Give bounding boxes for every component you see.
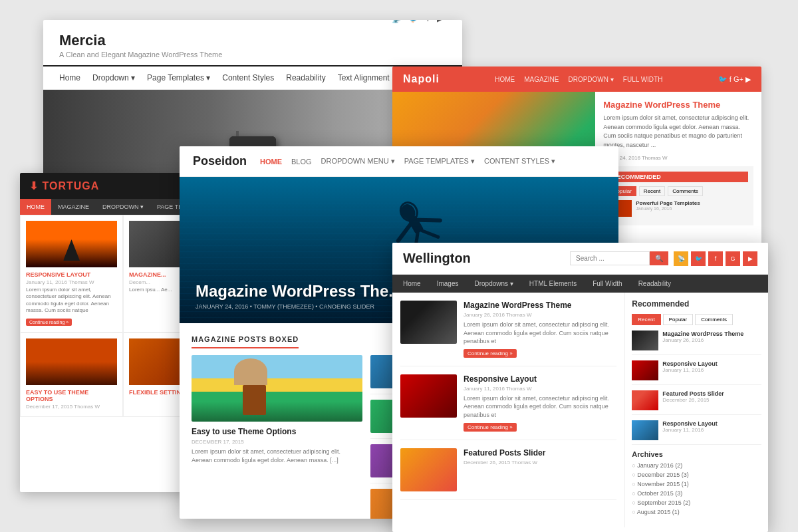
wellington-sidebar-tab-recent[interactable]: Recent [632,314,660,325]
svg-line-5 [422,225,438,242]
wellington-article-2-meta: January 11, 2016 Thomas W [464,386,616,392]
wellington-nav-dropdowns[interactable]: Dropdowns ▾ [466,275,521,293]
wellington-nav-full-width[interactable]: Full Width [585,275,630,293]
wellington-article-2-text: Lorem ipsum dolor sit amet, consectetur … [464,394,616,420]
tortuga-post-1: RESPONSIVE LAYOUT January 11, 2016 Thoma… [20,215,123,332]
wellington-archive-sep2015[interactable]: September 2015 (2) [632,498,761,507]
mercia-nav-home[interactable]: Home [59,73,80,82]
poseidon-nav-dropdown[interactable]: DROPDOWN MENU ▾ [321,157,395,166]
wellington-sidebar-item-3-date: December 26, 2015 [662,397,724,403]
poseidon-hero-title: Magazine WordPress The... [196,282,402,301]
napoli-rec-tab-recent[interactable]: Recent [639,186,665,196]
wellington-sidebar-item-2-image [632,360,658,380]
poseidon-nav-content-styles[interactable]: CONTENT STYLES ▾ [484,157,555,166]
napoli-rec-tabs: Popular Recent Comments [608,186,748,196]
mercia-title: Mercia [59,32,446,49]
wellington-sidebar-tab-comments[interactable]: Comments [695,314,733,325]
tortuga-nav-magazine[interactable]: MAGAZINE [51,199,96,215]
wellington-archive-jan2016[interactable]: January 2016 (2) [632,461,761,470]
tortuga-post-1-image [26,221,117,267]
wellington-archive-nov2015[interactable]: November 2015 (1) [632,479,761,489]
tortuga-post-1-meta: January 11, 2016 Thomas W [26,279,117,285]
wellington-nav-home[interactable]: Home [395,275,429,293]
wellington-sidebar-item-3: Featured Posts Slider December 26, 2015 [632,390,761,415]
wellington-archive-aug2015[interactable]: August 2015 (1) [632,507,761,517]
tortuga-post-1-text: Lorem ipsum dolor sit amet, consectetuer… [26,287,117,315]
wellington-nav-readability[interactable]: Readability [630,275,679,293]
wellington-search-button[interactable]: 🔍 [650,251,668,265]
napoli-nav-home[interactable]: HOME [495,76,515,83]
wellington-article-1: Magazine WordPress Theme January 26, 201… [400,301,616,366]
wellington-sidebar-tabs: Recent Popular Comments [632,314,761,325]
wellington-rss-icon[interactable]: 📡 [674,251,688,266]
mercia-nav-content-styles[interactable]: Content Styles [222,73,274,82]
tortuga-logo: ⬇ TORTUGA [29,180,99,192]
wellington-article-2: Responsive Layout January 11, 2016 Thoma… [400,374,616,440]
napoli-nav-fullwidth[interactable]: FULL WIDTH [623,76,663,83]
wellington-sidebar: Recommended Recent Popular Comments Maga… [625,293,768,527]
poseidon-nav-blog[interactable]: BLOG [291,158,312,166]
wellington-archive-oct2015[interactable]: October 2015 (3) [632,489,761,498]
wellington-twitter-icon[interactable]: 🐦 [691,251,706,266]
wellington-article-3-meta: December 26, 2015 Thomas W [464,460,545,466]
wellington-article-2-title: Responsive Layout [464,374,616,384]
napoli-nav-dropdown[interactable]: DROPDOWN ▾ [568,76,613,83]
poseidon-logo: Poseidon [193,154,247,168]
poseidon-nav-page-templates[interactable]: PAGE TEMPLATES ▾ [404,157,475,166]
wellington-sidebar-title: Recommended [632,299,761,309]
wellington-facebook-icon[interactable]: f [708,251,723,266]
napoli-nav: HOME MAGAZINE DROPDOWN ▾ FULL WIDTH [495,76,662,83]
wellington-gplus-icon[interactable]: G [726,251,740,266]
poseidon-hero-meta: JANUARY 24, 2016 • TOMMY (THEMEZEE) • CA… [196,303,402,310]
tortuga-post-3-image [26,338,117,385]
wellington-archives-title: Archives [632,450,761,458]
napoli-nav-magazine[interactable]: MAGAZINE [524,76,559,83]
wellington-sidebar-item-4-date: January 11, 2016 [662,427,718,433]
wellington-sidebar-item-3-image [632,390,658,410]
wellington-article-1-read-more[interactable]: Continue reading » [464,349,517,358]
tortuga-post-3-tag: EASY TO USE THEME OPTIONS [26,389,117,402]
wellington-article-3-image [400,448,457,491]
tortuga-nav-home[interactable]: HOME [20,199,51,215]
poseidon-nav-home[interactable]: HOME [260,158,282,166]
mercia-nav-readability[interactable]: Readability [286,73,325,82]
wellington-nav-html-elements[interactable]: HTML Elements [521,275,585,293]
wellington-nav-images[interactable]: Images [429,275,467,293]
wellington-youtube-icon[interactable]: ▶ [743,251,757,266]
poseidon-header: Poseidon HOME BLOG DROPDOWN MENU ▾ PAGE … [180,146,618,177]
wellington-sidebar-item-2: Responsive Layout January 11, 2016 [632,360,761,385]
poseidon-main-post: Easy to use Theme Options DECEMBER 17, 2… [192,355,362,519]
svg-line-2 [394,225,414,241]
wellington-sidebar-item-3-title: Featured Posts Slider [662,390,724,397]
napoli-rec-item-1-title: Powerful Page Templates [636,200,700,206]
napoli-header: Napoli HOME MAGAZINE DROPDOWN ▾ FULL WID… [392,66,761,92]
napoli-rec-item-1-date: January 16, 2016 [636,206,700,211]
wellington-archive-dec2015[interactable]: December 2015 (3) [632,470,761,479]
wellington-sidebar-item-4-image [632,420,658,440]
napoli-post-meta: March 24, 2016 Thomas W [603,155,753,161]
poseidon-section-title: MAGAZINE POSTS BOXED [192,335,299,348]
wellington-sidebar-item-2-date: January 11, 2016 [662,367,718,373]
mercia-nav-text-alignment[interactable]: Text Alignment [338,73,390,82]
tortuga-post-1-btn[interactable]: Continue reading » [26,319,72,326]
napoli-recommended: RECOMMENDED Popular Recent Comments Powe… [603,166,753,225]
wellington-sidebar-tab-popular[interactable]: Popular [663,314,694,325]
wellington-sidebar-item-1: Magazine WordPress Theme January 26, 201… [632,331,761,355]
wellington-sidebar-item-1-image [632,331,658,350]
poseidon-main-post-title: Easy to use Theme Options [192,427,362,436]
wellington-main-content: Magazine WordPress Theme January 26, 201… [392,293,625,527]
napoli-rec-tab-comments[interactable]: Comments [668,186,703,196]
wellington-sidebar-item-2-title: Responsive Layout [662,360,718,367]
napoli-logo: Napoli [403,73,440,85]
poseidon-main-post-image [192,355,362,422]
wellington-logo: Wellington [403,251,471,266]
wellington-article-1-image [400,301,457,344]
tortuga-post-3-meta: December 17, 2015 Thomas W [26,404,117,410]
mercia-nav-dropdown[interactable]: Dropdown ▾ [92,73,135,82]
wellington-header: Wellington 🔍 📡 🐦 f G ▶ [392,243,768,275]
tortuga-nav-dropdown[interactable]: DROPDOWN ▾ [96,199,150,215]
wellington-search-input[interactable] [570,251,650,265]
wellington-article-2-read-more[interactable]: Continue reading » [464,423,517,432]
wellington-article-2-image [400,374,457,418]
mercia-nav-page-templates[interactable]: Page Templates ▾ [147,73,210,82]
